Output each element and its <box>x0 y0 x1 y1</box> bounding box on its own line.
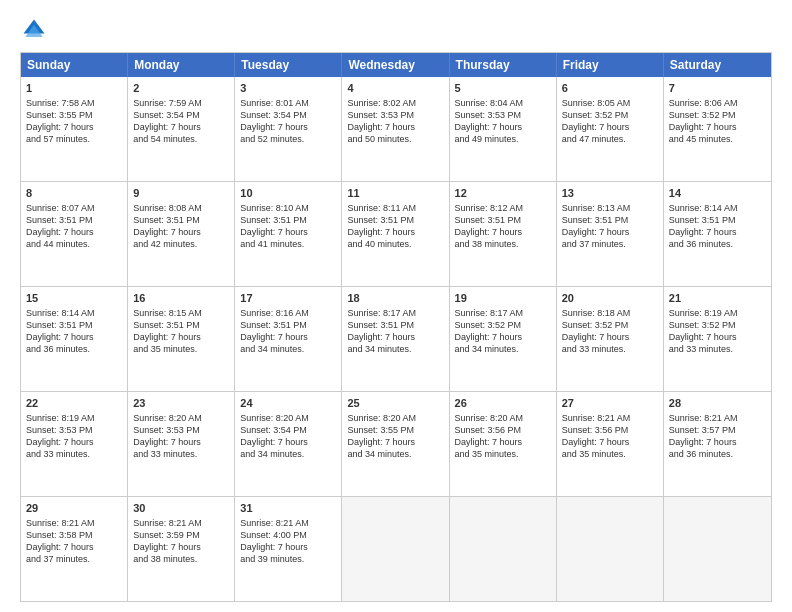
cell-line: Daylight: 7 hours <box>669 226 766 238</box>
cell-line: Sunset: 3:51 PM <box>669 214 766 226</box>
cell-line: Sunrise: 8:14 AM <box>26 307 122 319</box>
cell-line: and 45 minutes. <box>669 133 766 145</box>
calendar-header-cell: Sunday <box>21 53 128 77</box>
calendar-cell: 9Sunrise: 8:08 AMSunset: 3:51 PMDaylight… <box>128 182 235 286</box>
cell-line: Daylight: 7 hours <box>669 436 766 448</box>
calendar-cell: 17Sunrise: 8:16 AMSunset: 3:51 PMDayligh… <box>235 287 342 391</box>
cell-line: Sunset: 3:54 PM <box>240 109 336 121</box>
calendar-header-cell: Tuesday <box>235 53 342 77</box>
day-number: 7 <box>669 81 766 96</box>
cell-line: Daylight: 7 hours <box>669 331 766 343</box>
day-number: 6 <box>562 81 658 96</box>
day-number: 27 <box>562 396 658 411</box>
calendar-cell: 19Sunrise: 8:17 AMSunset: 3:52 PMDayligh… <box>450 287 557 391</box>
calendar-cell: 27Sunrise: 8:21 AMSunset: 3:56 PMDayligh… <box>557 392 664 496</box>
cell-line: and 37 minutes. <box>26 553 122 565</box>
day-number: 15 <box>26 291 122 306</box>
calendar-cell: 4Sunrise: 8:02 AMSunset: 3:53 PMDaylight… <box>342 77 449 181</box>
calendar-cell: 22Sunrise: 8:19 AMSunset: 3:53 PMDayligh… <box>21 392 128 496</box>
cell-line: Sunrise: 8:13 AM <box>562 202 658 214</box>
cell-line: Sunrise: 8:21 AM <box>562 412 658 424</box>
calendar-cell: 24Sunrise: 8:20 AMSunset: 3:54 PMDayligh… <box>235 392 342 496</box>
cell-line: Daylight: 7 hours <box>347 226 443 238</box>
cell-line: Sunrise: 8:11 AM <box>347 202 443 214</box>
cell-line: Sunset: 3:51 PM <box>455 214 551 226</box>
cell-line: Sunrise: 8:16 AM <box>240 307 336 319</box>
cell-line: Sunset: 3:51 PM <box>133 214 229 226</box>
calendar-cell: 23Sunrise: 8:20 AMSunset: 3:53 PMDayligh… <box>128 392 235 496</box>
cell-line: and 33 minutes. <box>562 343 658 355</box>
day-number: 5 <box>455 81 551 96</box>
calendar-header: SundayMondayTuesdayWednesdayThursdayFrid… <box>21 53 771 77</box>
cell-line: Daylight: 7 hours <box>347 436 443 448</box>
cell-line: and 42 minutes. <box>133 238 229 250</box>
calendar-cell: 25Sunrise: 8:20 AMSunset: 3:55 PMDayligh… <box>342 392 449 496</box>
cell-line: Sunrise: 8:14 AM <box>669 202 766 214</box>
cell-line: and 57 minutes. <box>26 133 122 145</box>
cell-line: and 44 minutes. <box>26 238 122 250</box>
calendar-header-cell: Wednesday <box>342 53 449 77</box>
cell-line: Sunrise: 8:20 AM <box>133 412 229 424</box>
cell-line: Daylight: 7 hours <box>562 331 658 343</box>
day-number: 29 <box>26 501 122 516</box>
cell-line: Daylight: 7 hours <box>562 436 658 448</box>
cell-line: and 36 minutes. <box>669 238 766 250</box>
cell-line: Sunset: 3:51 PM <box>26 214 122 226</box>
calendar-cell: 28Sunrise: 8:21 AMSunset: 3:57 PMDayligh… <box>664 392 771 496</box>
cell-line: Daylight: 7 hours <box>240 541 336 553</box>
cell-line: and 52 minutes. <box>240 133 336 145</box>
calendar-row: 29Sunrise: 8:21 AMSunset: 3:58 PMDayligh… <box>21 496 771 601</box>
day-number: 17 <box>240 291 336 306</box>
cell-line: Sunrise: 8:21 AM <box>669 412 766 424</box>
cell-line: Daylight: 7 hours <box>133 436 229 448</box>
calendar-header-cell: Friday <box>557 53 664 77</box>
cell-line: Sunset: 3:58 PM <box>26 529 122 541</box>
calendar-row: 8Sunrise: 8:07 AMSunset: 3:51 PMDaylight… <box>21 181 771 286</box>
calendar-cell: 5Sunrise: 8:04 AMSunset: 3:53 PMDaylight… <box>450 77 557 181</box>
cell-line: Daylight: 7 hours <box>669 121 766 133</box>
day-number: 22 <box>26 396 122 411</box>
cell-line: Daylight: 7 hours <box>26 331 122 343</box>
cell-line: Daylight: 7 hours <box>347 331 443 343</box>
cell-line: Sunset: 3:56 PM <box>455 424 551 436</box>
cell-line: Sunrise: 8:20 AM <box>240 412 336 424</box>
day-number: 19 <box>455 291 551 306</box>
cell-line: and 35 minutes. <box>455 448 551 460</box>
cell-line: and 34 minutes. <box>347 448 443 460</box>
calendar-cell: 15Sunrise: 8:14 AMSunset: 3:51 PMDayligh… <box>21 287 128 391</box>
cell-line: Sunrise: 7:58 AM <box>26 97 122 109</box>
cell-line: Sunrise: 8:08 AM <box>133 202 229 214</box>
cell-line: Daylight: 7 hours <box>133 121 229 133</box>
calendar-cell: 6Sunrise: 8:05 AMSunset: 3:52 PMDaylight… <box>557 77 664 181</box>
cell-line: Sunrise: 8:19 AM <box>26 412 122 424</box>
cell-line: Sunset: 3:51 PM <box>347 319 443 331</box>
cell-line: Daylight: 7 hours <box>240 121 336 133</box>
cell-line: Sunrise: 8:01 AM <box>240 97 336 109</box>
cell-line: and 34 minutes. <box>455 343 551 355</box>
cell-line: and 36 minutes. <box>669 448 766 460</box>
cell-line: Sunrise: 8:21 AM <box>133 517 229 529</box>
calendar-cell: 1Sunrise: 7:58 AMSunset: 3:55 PMDaylight… <box>21 77 128 181</box>
calendar-cell: 20Sunrise: 8:18 AMSunset: 3:52 PMDayligh… <box>557 287 664 391</box>
cell-line: Daylight: 7 hours <box>133 541 229 553</box>
calendar-cell: 7Sunrise: 8:06 AMSunset: 3:52 PMDaylight… <box>664 77 771 181</box>
cell-line: and 54 minutes. <box>133 133 229 145</box>
cell-line: Sunset: 3:54 PM <box>240 424 336 436</box>
day-number: 24 <box>240 396 336 411</box>
day-number: 14 <box>669 186 766 201</box>
cell-line: Daylight: 7 hours <box>26 436 122 448</box>
cell-line: Sunset: 3:52 PM <box>669 109 766 121</box>
cell-line: Daylight: 7 hours <box>455 121 551 133</box>
cell-line: Daylight: 7 hours <box>562 121 658 133</box>
cell-line: Sunset: 3:52 PM <box>562 319 658 331</box>
day-number: 8 <box>26 186 122 201</box>
cell-line: Sunrise: 8:20 AM <box>455 412 551 424</box>
cell-line: and 34 minutes. <box>240 448 336 460</box>
cell-line: Daylight: 7 hours <box>133 226 229 238</box>
cell-line: Daylight: 7 hours <box>240 226 336 238</box>
day-number: 13 <box>562 186 658 201</box>
cell-line: Daylight: 7 hours <box>562 226 658 238</box>
cell-line: Daylight: 7 hours <box>240 436 336 448</box>
cell-line: Sunset: 3:56 PM <box>562 424 658 436</box>
cell-line: Sunrise: 7:59 AM <box>133 97 229 109</box>
